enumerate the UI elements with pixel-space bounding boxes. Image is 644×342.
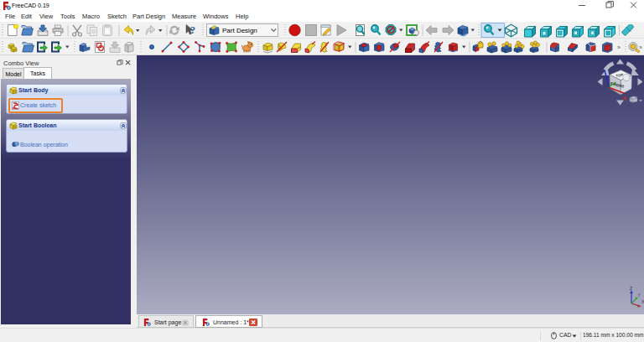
svg-text:Z: Z [630,287,632,291]
svg-text:Y: Y [638,293,641,298]
svg-text:»: » [617,44,621,50]
svg-text:?: ? [190,24,195,36]
svg-text:»: » [639,44,642,50]
